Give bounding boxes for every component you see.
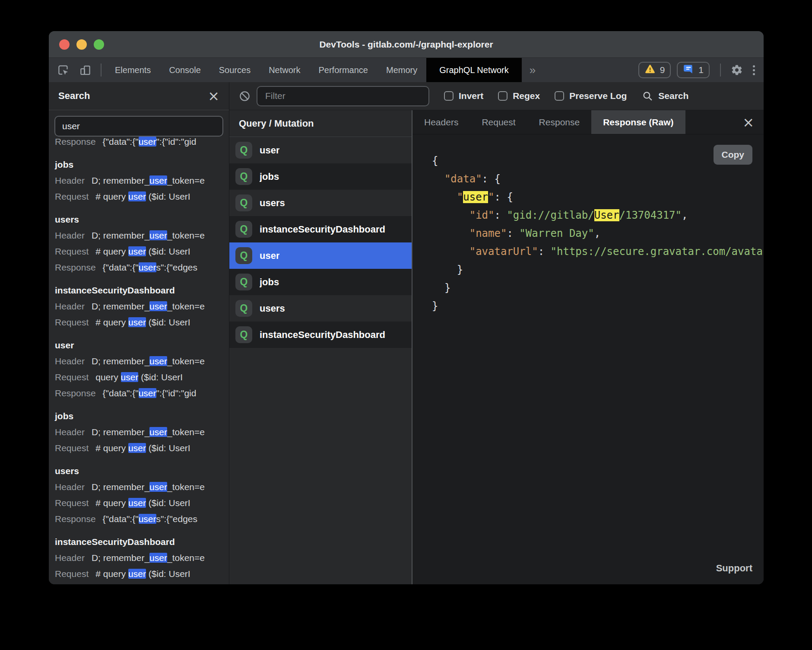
json-token: " (457, 191, 463, 203)
json-token: "avatarUrl" (469, 245, 538, 258)
response-close-icon[interactable]: × (742, 115, 754, 129)
minimize-window-button[interactable] (76, 39, 87, 50)
support-link[interactable]: Support (716, 559, 752, 577)
search-result-row[interactable]: HeaderD; remember_user_token=e (55, 298, 229, 314)
search-close-icon[interactable]: × (208, 89, 219, 103)
json-token: "Warren Day" (519, 227, 594, 239)
toolbar-divider (101, 64, 102, 76)
search-text-segment: _token=e (167, 482, 205, 492)
json-token: "data" (444, 173, 482, 185)
checkbox-box[interactable] (555, 91, 564, 101)
response-tab-headers[interactable]: Headers (412, 110, 470, 134)
search-result-row[interactable]: Response{"data":{"users":{"edges (55, 259, 229, 275)
search-result-row[interactable]: Request# query user ($id: UserI (55, 495, 229, 511)
search-row-text: {"data":{"users":{"edges (103, 259, 197, 275)
tab-performance[interactable]: Performance (310, 58, 377, 82)
search-result-section: usersHeaderD; remember_user_token=eReque… (55, 211, 229, 275)
json-token (432, 227, 469, 239)
search-row-text: {"data":{"user":{"id":"gid (103, 385, 197, 401)
search-row-label: Request (55, 440, 89, 456)
search-text-segment: D; remember_ (92, 175, 149, 185)
search-result-row[interactable]: Request# query user ($id: UserI (55, 243, 229, 259)
search-text-segment: _token=e (167, 230, 205, 240)
query-item-users[interactable]: Qusers (229, 295, 412, 322)
search-text-segment: D; remember_ (92, 427, 149, 437)
search-row-text: D; remember_user_token=e (92, 550, 205, 566)
search-highlight: user (121, 372, 139, 382)
query-item-instancesecuritydashboard[interactable]: QinstanceSecurityDashboard (229, 322, 412, 348)
search-result-row[interactable]: HeaderD; remember_user_token=e (55, 550, 229, 566)
query-item-instancesecuritydashboard[interactable]: QinstanceSecurityDashboard (229, 216, 412, 242)
search-result-row[interactable]: HeaderD; remember_user_token=e (55, 172, 229, 188)
search-text-segment: D; remember_ (92, 230, 149, 240)
response-tab-response-raw[interactable]: Response (Raw) (591, 110, 685, 134)
query-item-jobs[interactable]: Qjobs (229, 269, 412, 295)
search-result-row[interactable]: Response{"data":{"users":{"edges (55, 511, 229, 527)
filter-input[interactable] (257, 86, 429, 106)
search-result-row[interactable]: Requestquery user ($id: UserI (55, 369, 229, 385)
search-result-row[interactable]: Request# query user ($id: UserI (55, 440, 229, 456)
search-result-row[interactable]: Response{"data":{"user":{"id":"gid (55, 385, 229, 401)
search-result-row[interactable]: Request# query user ($id: UserI (55, 188, 229, 204)
response-tab-request[interactable]: Request (470, 110, 527, 134)
query-item-users[interactable]: Qusers (229, 190, 412, 216)
inspect-element-icon[interactable] (49, 58, 74, 82)
search-text-segment: ($id: UserI (146, 569, 190, 579)
kebab-menu-icon[interactable] (749, 65, 764, 75)
query-item-jobs[interactable]: Qjobs (229, 163, 412, 190)
checkbox-label: Invert (459, 91, 483, 101)
search-result-row[interactable]: HeaderD; remember_user_token=e (55, 353, 229, 369)
clear-requests-icon[interactable] (239, 90, 251, 102)
search-row-text: D; remember_user_token=e (92, 353, 205, 369)
search-result-row[interactable]: Request# query user ($id: UserI (55, 566, 229, 582)
badge-count: 9 (660, 65, 665, 75)
search-result-section: instanceSecurityDashboardHeaderD; rememb… (55, 282, 229, 330)
checkbox-box[interactable] (444, 91, 454, 101)
response-tab-response[interactable]: Response (527, 110, 592, 134)
copy-button[interactable]: Copy (714, 145, 753, 165)
search-result-row[interactable]: Response{"data":{"user":{"id":"gid (55, 137, 229, 150)
search-result-row[interactable]: Request# query user ($id: UserI (55, 314, 229, 330)
search-text-segment: {"data":{" (103, 137, 139, 147)
search-result-row[interactable]: HeaderD; remember_user_token=e (55, 424, 229, 440)
query-type-icon: Q (235, 300, 252, 317)
search-row-label: Request (55, 495, 89, 511)
query-item-user[interactable]: Quser (229, 242, 412, 269)
checkbox-preserve-log[interactable]: Preserve Log (555, 91, 627, 101)
panel-tabs: ElementsConsoleSourcesNetworkPerformance… (106, 58, 522, 82)
json-line: "data": { (432, 170, 764, 188)
tab-memory[interactable]: Memory (377, 58, 426, 82)
device-toolbar-icon[interactable] (74, 58, 96, 82)
tab-network[interactable]: Network (260, 58, 309, 82)
close-window-button[interactable] (59, 39, 70, 50)
search-text-segment: D; remember_ (92, 301, 149, 311)
search-text-segment: _token=e (167, 356, 205, 366)
checkbox-regex[interactable]: Regex (498, 91, 540, 101)
search-row-text: query user ($id: UserI (95, 369, 183, 385)
checkbox-invert[interactable]: Invert (444, 91, 483, 101)
search-result-row[interactable]: HeaderD; remember_user_token=e (55, 227, 229, 243)
search-icon (642, 91, 653, 102)
search-row-label: Header (55, 550, 85, 566)
search-text-segment: # query (95, 317, 128, 327)
network-search-button[interactable]: Search (642, 91, 688, 102)
search-input[interactable] (54, 116, 223, 137)
search-result-row[interactable]: HeaderD; remember_user_token=e (55, 479, 229, 495)
search-result-section: Response{"data":{"user":{"id":"gid (55, 137, 229, 150)
zoom-window-button[interactable] (94, 39, 104, 50)
tab-graphql-network[interactable]: GraphQL Network (426, 58, 521, 82)
badge-chat[interactable]: 1 (677, 62, 710, 78)
query-item-user[interactable]: Quser (229, 137, 412, 163)
checkbox-box[interactable] (498, 91, 508, 101)
json-token: : (538, 245, 551, 258)
settings-gear-icon[interactable] (725, 58, 749, 82)
search-text-segment: _token=e (167, 301, 205, 311)
json-token (432, 209, 469, 221)
tab-sources[interactable]: Sources (210, 58, 260, 82)
tab-elements[interactable]: Elements (106, 58, 160, 82)
search-text-segment: s":{"edges (156, 514, 197, 524)
query-item-label: user (260, 250, 279, 261)
more-tabs-button[interactable]: » (522, 58, 543, 82)
badge-warning[interactable]: 9 (638, 62, 671, 78)
tab-console[interactable]: Console (160, 58, 209, 82)
